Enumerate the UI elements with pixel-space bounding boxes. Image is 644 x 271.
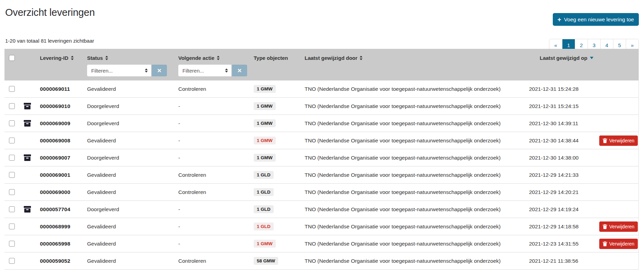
- status-cell: Gevalideerd: [87, 172, 178, 178]
- volgende-actie-cell: Controleren: [178, 172, 254, 178]
- status-cell: Gevalideerd: [87, 224, 178, 230]
- levering-id: 0000057704: [35, 206, 87, 213]
- levering-id: 0000069007: [35, 155, 87, 161]
- table-row: 0000069007 Doorgeleverd - 1 GMW TNO (Ned…: [4, 149, 638, 166]
- type-objecten-badge: 1 GMW: [254, 85, 276, 93]
- laatst-gewijzigd-door-cell: TNO (Nederlandse Organisatie voor toegep…: [305, 258, 529, 264]
- row-checkbox[interactable]: [9, 224, 15, 229]
- column-header-status[interactable]: Status: [87, 55, 178, 61]
- laatst-gewijzigd-door-cell: TNO (Nederlandse Organisatie voor toegep…: [305, 189, 529, 195]
- sort-descending-icon: [590, 57, 593, 59]
- laatst-gewijzigd-op-cell: 2021-12-29 14:21:33: [529, 172, 599, 178]
- levering-id: 0000068999: [35, 224, 87, 230]
- status-filter-value: Filteren...: [91, 68, 113, 74]
- results-summary: 1-20 van totaal 81 leveringen zichtbaar: [5, 38, 639, 44]
- add-delivery-button[interactable]: + Voeg een nieuwe levering toe: [553, 13, 639, 26]
- close-icon: ✕: [237, 67, 242, 74]
- laatst-gewijzigd-op-cell: 2021-12-31 15:24:28: [529, 86, 599, 92]
- status-cell: Doorgeleverd: [87, 103, 178, 109]
- archive-icon: [24, 154, 31, 161]
- archive-icon: [24, 103, 31, 109]
- row-checkbox[interactable]: [9, 120, 15, 126]
- laatst-gewijzigd-door-cell: TNO (Nederlandse Organisatie voor toegep…: [305, 224, 529, 230]
- volgende-actie-cell: -: [178, 138, 254, 144]
- levering-id: 0000069001: [35, 172, 87, 178]
- volgende-actie-cell: Controleren: [178, 86, 254, 92]
- status-filter-clear-button[interactable]: ✕: [152, 65, 167, 76]
- delete-button[interactable]: Verwijderen: [599, 221, 638, 232]
- type-objecten-badge: 58 GMW: [254, 257, 278, 265]
- laatst-gewijzigd-door-cell: TNO (Nederlandse Organisatie voor toegep…: [305, 172, 529, 178]
- levering-id: 0000059052: [35, 258, 87, 264]
- table-body: 0000069011 Gevalideerd Controleren 1 GMW…: [4, 80, 638, 270]
- sort-icon: [105, 56, 108, 60]
- status-cell: Doorgeleverd: [87, 206, 178, 213]
- row-checkbox[interactable]: [9, 241, 15, 247]
- type-objecten-badge: 1 GMW: [254, 119, 276, 127]
- row-checkbox[interactable]: [9, 206, 15, 212]
- status-cell: Gevalideerd: [87, 241, 178, 247]
- row-checkbox[interactable]: [9, 172, 15, 178]
- deliveries-overview-page: Overzicht leveringen + Voeg een nieuwe l…: [0, 7, 644, 271]
- row-checkbox[interactable]: [9, 189, 15, 195]
- laatst-gewijzigd-op-cell: 2021-12-31 15:24:15: [529, 103, 599, 109]
- sort-icon: [71, 56, 74, 60]
- laatst-gewijzigd-op-cell: 2021-12-29 14:20:21: [529, 189, 599, 195]
- volgende-actie-cell: -: [178, 155, 254, 161]
- column-header-laatst-gewijzigd-op[interactable]: Laatst gewijzigd op: [529, 55, 599, 61]
- column-header-volgende-actie[interactable]: Volgende actie: [178, 55, 254, 61]
- row-checkbox[interactable]: [9, 103, 15, 109]
- laatst-gewijzigd-door-cell: TNO (Nederlandse Organisatie voor toegep…: [305, 155, 529, 161]
- column-header-laatst-gewijzigd-door[interactable]: Laatst gewijzigd door: [305, 55, 529, 61]
- table-row: 0000069009 Doorgeleverd - 1 GMW TNO (Ned…: [4, 115, 638, 132]
- levering-id: 0000069010: [35, 103, 87, 109]
- levering-id: 0000069009: [35, 120, 87, 127]
- type-objecten-badge: 1 GMW: [254, 240, 276, 248]
- table-row: 0000065998 Gevalideerd - 1 GMW TNO (Nede…: [4, 235, 638, 252]
- page-title: Overzicht leveringen: [5, 7, 639, 18]
- volgende-actie-cell: -: [178, 241, 254, 247]
- laatst-gewijzigd-door-cell: TNO (Nederlandse Organisatie voor toegep…: [305, 241, 529, 247]
- delete-button[interactable]: Verwijderen: [599, 239, 638, 249]
- trash-icon: [603, 241, 607, 246]
- status-cell: Doorgeleverd: [87, 120, 178, 127]
- table-row: 0000069001 Gevalideerd Controleren 1 GLD…: [4, 166, 638, 184]
- laatst-gewijzigd-door-cell: TNO (Nederlandse Organisatie voor toegep…: [305, 120, 529, 127]
- table-row: 0000059052 Gevalideerd Controleren 58 GM…: [4, 252, 638, 270]
- trash-icon: [603, 224, 607, 229]
- volgende-actie-filter-select[interactable]: Filteren...: [178, 65, 231, 76]
- column-header-type-objecten: Type objecten: [254, 55, 305, 61]
- volgende-actie-cell: -: [178, 206, 254, 213]
- volgende-actie-cell: -: [178, 224, 254, 230]
- laatst-gewijzigd-door-cell: TNO (Nederlandse Organisatie voor toegep…: [305, 138, 529, 144]
- volgende-actie-cell: Controleren: [178, 189, 254, 195]
- volgende-actie-filter-clear-button[interactable]: ✕: [232, 65, 247, 76]
- status-cell: Gevalideerd: [87, 189, 178, 195]
- archive-icon: [24, 120, 31, 127]
- laatst-gewijzigd-door-cell: TNO (Nederlandse Organisatie voor toegep…: [305, 206, 529, 213]
- levering-id: 0000069000: [35, 189, 87, 195]
- type-objecten-badge: 1 GLD: [254, 205, 274, 213]
- status-filter-select[interactable]: Filteren...: [87, 65, 151, 76]
- column-header-levering-id[interactable]: Levering-ID: [35, 55, 87, 61]
- plus-icon: +: [558, 16, 561, 23]
- status-cell: Gevalideerd: [87, 258, 178, 264]
- table-row: 0000068999 Gevalideerd - 1 GLD TNO (Nede…: [4, 218, 638, 235]
- row-checkbox[interactable]: [9, 155, 15, 161]
- close-icon: ✕: [157, 67, 161, 74]
- add-delivery-button-label: Voeg een nieuwe levering toe: [564, 17, 634, 23]
- row-checkbox[interactable]: [9, 258, 15, 264]
- laatst-gewijzigd-op-cell: 2021-12-30 14:38:44: [529, 138, 599, 144]
- select-all-checkbox[interactable]: [9, 55, 15, 61]
- select-caret-icon: [145, 68, 148, 73]
- table-row: 0000069010 Doorgeleverd - 1 GMW TNO (Ned…: [4, 98, 638, 115]
- table-row: 0000057704 Doorgeleverd - 1 GLD TNO (Ned…: [4, 201, 638, 218]
- volgende-actie-cell: -: [178, 103, 254, 109]
- row-checkbox[interactable]: [9, 138, 15, 143]
- row-checkbox[interactable]: [9, 86, 15, 92]
- delete-button[interactable]: Verwijderen: [599, 136, 638, 146]
- levering-id: 0000069011: [35, 86, 87, 92]
- archive-icon: [24, 206, 31, 213]
- select-caret-icon: [225, 68, 228, 73]
- levering-id: 0000065998: [35, 241, 87, 247]
